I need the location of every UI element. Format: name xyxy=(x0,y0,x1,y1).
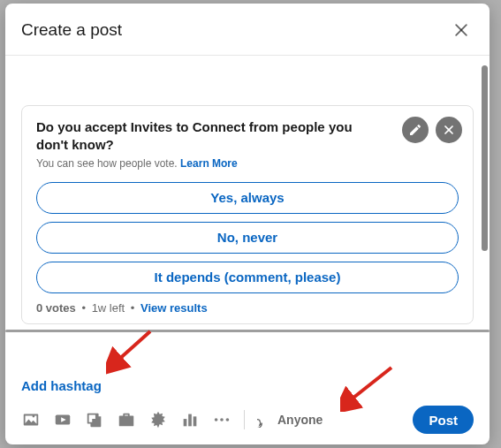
image-icon xyxy=(21,410,41,429)
learn-more-link[interactable]: Learn More xyxy=(180,157,238,170)
separator-dot: • xyxy=(128,301,138,315)
separator-dot: • xyxy=(79,301,88,315)
remove-poll-button[interactable] xyxy=(436,117,462,143)
scrollbar-thumb[interactable] xyxy=(482,65,488,251)
poll-subtext-row: You can see how people vote. Learn More xyxy=(36,157,459,170)
add-document-button[interactable] xyxy=(85,410,104,429)
modal-body: Do you accept Invites to Connect from pe… xyxy=(5,56,490,362)
celebrate-button[interactable] xyxy=(148,410,168,429)
poll-stats: 0 votes • 1w left • View results xyxy=(36,301,459,315)
close-button[interactable] xyxy=(449,18,474,42)
document-icon xyxy=(85,410,104,429)
add-photo-button[interactable] xyxy=(21,410,41,429)
poll-card: Do you accept Invites to Connect from pe… xyxy=(21,105,474,324)
modal-header: Create a post xyxy=(5,4,490,56)
poll-subtext: You can see how people vote. xyxy=(36,157,178,170)
video-icon xyxy=(53,410,72,429)
create-post-modal: Create a post Do you a xyxy=(5,4,490,444)
poll-option-2[interactable]: No, never xyxy=(36,222,459,254)
add-hashtag-button[interactable]: Add hashtag xyxy=(5,362,490,397)
post-visibility-button[interactable]: Anyone xyxy=(257,413,323,428)
svg-point-10 xyxy=(226,418,230,421)
more-icon xyxy=(212,410,232,429)
add-job-button[interactable] xyxy=(117,410,136,429)
svg-rect-7 xyxy=(194,416,197,426)
pencil-icon xyxy=(408,123,422,137)
svg-rect-6 xyxy=(188,414,192,427)
toolbar-divider xyxy=(244,410,245,429)
poll-votes: 0 votes xyxy=(36,301,76,315)
visibility-label: Anyone xyxy=(277,413,323,427)
comment-icon xyxy=(257,413,272,428)
modal-title: Create a post xyxy=(21,20,122,40)
create-poll-button[interactable] xyxy=(180,410,200,429)
edit-poll-button[interactable] xyxy=(402,117,429,143)
svg-point-9 xyxy=(220,418,224,421)
poll-time-left: 1w left xyxy=(92,301,125,315)
view-results-link[interactable]: View results xyxy=(140,301,208,315)
svg-rect-5 xyxy=(184,419,187,426)
briefcase-icon xyxy=(117,410,136,429)
poll-icon xyxy=(180,410,200,429)
more-tools-button[interactable] xyxy=(212,410,232,429)
modal-footer: Anyone Post xyxy=(5,397,490,444)
poll-card-actions xyxy=(402,117,462,143)
poll-option-1[interactable]: Yes, always xyxy=(36,182,459,214)
post-button[interactable]: Post xyxy=(413,406,474,434)
add-video-button[interactable] xyxy=(53,410,72,429)
poll-option-3[interactable]: It depends (comment, please) xyxy=(36,262,459,293)
close-icon xyxy=(452,21,470,39)
starburst-icon xyxy=(148,410,168,429)
scroll-area-divider xyxy=(5,330,490,332)
attachment-toolbar xyxy=(21,410,232,429)
svg-point-8 xyxy=(215,418,218,421)
composer-blank-area[interactable] xyxy=(21,56,474,105)
close-icon xyxy=(442,123,456,137)
poll-question: Do you accept Invites to Connect from pe… xyxy=(36,118,459,155)
